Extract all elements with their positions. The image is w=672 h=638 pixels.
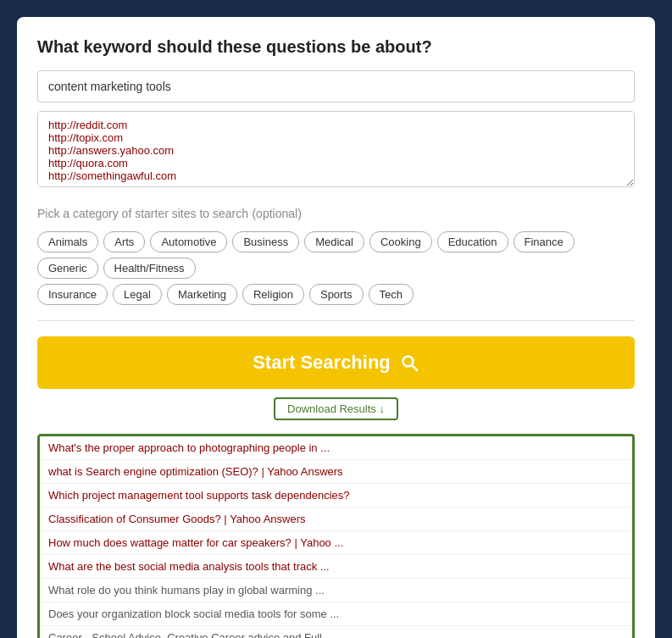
category-badge-cooking[interactable]: Cooking [369,231,432,252]
keyword-input[interactable] [37,70,635,103]
result-item[interactable]: Does your organization block social medi… [40,602,632,626]
svg-line-1 [412,365,417,370]
result-item[interactable]: What role do you think humans play in gl… [40,579,632,602]
category-badge-medical[interactable]: Medical [304,231,364,252]
download-results-button[interactable]: Download Results ↓ [274,397,398,420]
category-badge-automotive[interactable]: Automotive [150,231,227,252]
start-searching-button[interactable]: Start Searching [37,336,635,389]
results-list[interactable]: What's the proper approach to photograph… [40,436,632,638]
category-badge-health-fitness[interactable]: Health/Fitness [103,258,196,279]
search-icon [399,352,419,373]
category-badge-generic[interactable]: Generic [37,258,98,279]
category-badge-finance[interactable]: Finance [514,231,575,252]
page-title: What keyword should these questions be a… [37,37,635,57]
category-section-label: Pick a category of starter sites to sear… [37,206,635,221]
divider [37,320,635,321]
categories-row-1: AnimalsArtsAutomotiveBusinessMedicalCook… [37,231,635,279]
category-badge-marketing[interactable]: Marketing [167,284,237,305]
category-badge-insurance[interactable]: Insurance [37,284,108,305]
search-button-label: Start Searching [253,352,391,374]
category-badge-religion[interactable]: Religion [242,284,304,305]
result-item[interactable]: What's the proper approach to photograph… [40,436,632,460]
result-item[interactable]: Career - School Advice, Creative Career … [40,626,632,638]
result-item[interactable]: what is Search engine optimization (SEO)… [40,460,632,484]
result-item[interactable]: How much does wattage matter for car spe… [40,531,632,555]
categories-row-2: InsuranceLegalMarketingReligionSportsTec… [37,284,635,305]
result-item[interactable]: Which project management tool supports t… [40,484,632,508]
category-badge-arts[interactable]: Arts [103,231,145,252]
urls-textarea[interactable]: http://reddit.com http://topix.com http:… [37,111,635,187]
category-badge-tech[interactable]: Tech [369,284,414,305]
category-badge-animals[interactable]: Animals [37,231,98,252]
results-container: What's the proper approach to photograph… [37,434,635,638]
result-item[interactable]: Classification of Consumer Goods? | Yaho… [40,508,632,531]
result-item[interactable]: What are the best social media analysis … [40,555,632,579]
category-badge-business[interactable]: Business [232,231,299,252]
category-badge-education[interactable]: Education [437,231,508,252]
main-container: What keyword should these questions be a… [17,17,655,638]
category-badge-legal[interactable]: Legal [113,284,162,305]
category-badge-sports[interactable]: Sports [309,284,364,305]
